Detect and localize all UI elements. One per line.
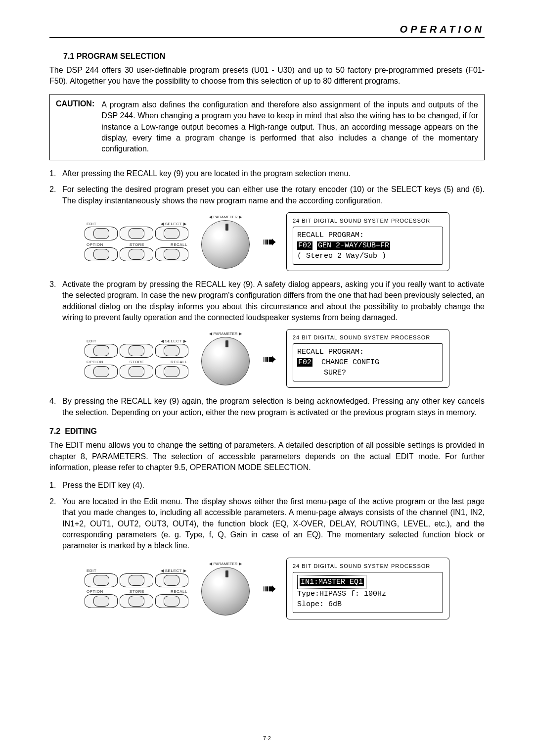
step-1: After pressing the RECALL key (9) you ar… (49, 168, 485, 179)
lcd-line-3: Slope: 6dB (297, 599, 439, 610)
select-next-button[interactable] (155, 573, 188, 587)
arrow-icon: ➠ (263, 232, 276, 251)
section-title-text: EDITING (65, 427, 97, 435)
arrow-icon: ➠ (263, 578, 276, 598)
option-button[interactable] (85, 594, 118, 608)
rotary-encoder-wrap: ◀ PARAMETER ▶ (198, 562, 253, 615)
lcd-header: 24 BIT DIGITAL SOUND SYSTEM PROCESSOR (293, 563, 443, 569)
option-label: OPTION (87, 242, 103, 247)
section-number: 7.2 (49, 427, 60, 435)
store-label: STORE (130, 589, 144, 594)
section-7-2-title: 7.2 EDITING (49, 427, 485, 436)
option-label: OPTION (87, 589, 103, 594)
recall-label: RECALL (171, 589, 187, 594)
store-label: STORE (130, 360, 144, 364)
figure-row-recall-1: EDIT ◀ SELECT ▶ OPTION STORE RECALL ◀ PA… (49, 212, 485, 271)
step-2: For selecting the desired program preset… (49, 184, 485, 206)
rotary-encoder[interactable] (201, 567, 250, 615)
lcd-line-2: Type:HIPASS f: 100Hz (297, 589, 439, 599)
recall-button[interactable] (155, 365, 188, 378)
lcd-tag: F02 (297, 358, 312, 367)
store-button[interactable] (120, 365, 153, 378)
caution-text: A program also defines the configuration… (101, 99, 478, 155)
select-label: SELECT (165, 222, 182, 226)
store-button[interactable] (120, 247, 153, 261)
step-2: You are located in the Edit menu. The di… (49, 496, 485, 552)
parameter-label: PARAMETER (213, 331, 237, 336)
section-7-1-steps-cont: Activate the program by pressing the REC… (49, 279, 485, 324)
select-left-icon: ◀ (161, 222, 164, 226)
edit-button[interactable] (85, 573, 118, 587)
select-prev-button[interactable] (120, 344, 153, 358)
lcd-screen: RECALL PROGRAM: F02 GEN 2-WAY/SUB+FR ( S… (293, 227, 443, 265)
store-button[interactable] (120, 594, 153, 608)
lcd-screen: RECALL PROGRAM: F02 CHANGE CONFIG SURE? (293, 343, 443, 381)
rotary-encoder[interactable] (201, 220, 250, 269)
step-4: By pressing the RECALL key (9) again, th… (49, 396, 485, 418)
section-7-1-steps: After pressing the RECALL key (9) you ar… (49, 168, 485, 206)
recall-button[interactable] (155, 247, 188, 261)
option-button[interactable] (85, 365, 118, 378)
lcd-line-1: IN1:MASTER EQ1 (297, 575, 439, 589)
lcd-header: 24 BIT DIGITAL SOUND SYSTEM PROCESSOR (293, 218, 443, 224)
recall-label: RECALL (171, 242, 187, 247)
edit-label: EDIT (87, 339, 96, 343)
recall-button[interactable] (155, 594, 188, 608)
select-prev-button[interactable] (120, 227, 153, 240)
parameter-label: PARAMETER (213, 562, 237, 566)
section-title-text: PROGRAM SELECTION (77, 52, 166, 60)
param-left-icon: ◀ (209, 562, 212, 566)
edit-label: EDIT (87, 568, 96, 573)
rotary-encoder[interactable] (201, 337, 250, 385)
lcd-card-recall-1: 24 BIT DIGITAL SOUND SYSTEM PROCESSOR RE… (286, 212, 449, 271)
page-number: 7-2 (0, 735, 534, 741)
rotary-encoder-wrap: ◀ PARAMETER ▶ (198, 331, 253, 385)
lcd-line-1: RECALL PROGRAM: (297, 347, 439, 357)
lcd-card-recall-2: 24 BIT DIGITAL SOUND SYSTEM PROCESSOR RE… (286, 329, 449, 388)
control-panel: EDIT ◀ SELECT ▶ OPTION STORE RECALL (85, 339, 188, 378)
recall-label: RECALL (171, 360, 187, 364)
option-button[interactable] (85, 247, 118, 261)
edit-button[interactable] (85, 344, 118, 358)
caution-label: CAUTION: (56, 99, 101, 108)
select-right-icon: ▶ (183, 339, 187, 343)
select-label: SELECT (165, 568, 182, 573)
section-7-2-steps: Press the EDIT key (4). You are located … (49, 480, 485, 551)
control-panel: EDIT ◀ SELECT ▶ OPTION STORE RECALL (85, 222, 188, 261)
page-header-title: OPERATION (49, 24, 485, 37)
figure-row-recall-2: EDIT ◀ SELECT ▶ OPTION STORE RECALL ◀ PA… (49, 329, 485, 388)
edit-button[interactable] (85, 227, 118, 240)
parameter-label: PARAMETER (213, 215, 237, 219)
select-prev-button[interactable] (120, 573, 153, 587)
document-page: OPERATION 7.1 PROGRAM SELECTION The DSP … (0, 0, 534, 756)
param-right-icon: ▶ (239, 562, 242, 566)
step-1: Press the EDIT key (4). (49, 480, 485, 491)
select-label: SELECT (165, 339, 182, 343)
figure-row-edit: EDIT ◀ SELECT ▶ OPTION STORE RECALL ◀ PA… (49, 558, 485, 619)
select-next-button[interactable] (155, 227, 188, 240)
select-next-button[interactable] (155, 344, 188, 358)
control-panel: EDIT ◀ SELECT ▶ OPTION STORE RECALL (85, 568, 188, 608)
param-left-icon: ◀ (209, 215, 212, 219)
store-label: STORE (130, 242, 144, 247)
lcd-card-edit: 24 BIT DIGITAL SOUND SYSTEM PROCESSOR IN… (286, 558, 449, 619)
header-rule (49, 37, 485, 38)
select-left-icon: ◀ (161, 568, 164, 573)
step-3: Activate the program by pressing the REC… (49, 279, 485, 324)
select-right-icon: ▶ (183, 222, 187, 226)
lcd-screen: IN1:MASTER EQ1 Type:HIPASS f: 100Hz Slop… (293, 572, 443, 613)
lcd-prog-name: GEN 2-WAY/SUB+FR (317, 241, 390, 250)
lcd-header: 24 BIT DIGITAL SOUND SYSTEM PROCESSOR (293, 334, 443, 340)
section-7-1-intro: The DSP 244 offers 30 user-definable pro… (49, 65, 485, 87)
lcd-line-2: F02 GEN 2-WAY/SUB+FR (297, 240, 439, 251)
param-right-icon: ▶ (239, 331, 242, 336)
lcd-line-2: F02 CHANGE CONFIG (297, 357, 439, 368)
lcd-text: CHANGE CONFIG (312, 358, 379, 367)
rotary-encoder-wrap: ◀ PARAMETER ▶ (198, 215, 253, 269)
option-label: OPTION (87, 360, 103, 364)
section-7-2-intro: The EDIT menu allows you to change the s… (49, 440, 485, 473)
param-right-icon: ▶ (239, 215, 242, 219)
select-right-icon: ▶ (183, 568, 187, 573)
lcd-tag: F02 (297, 241, 312, 250)
select-left-icon: ◀ (161, 339, 164, 343)
